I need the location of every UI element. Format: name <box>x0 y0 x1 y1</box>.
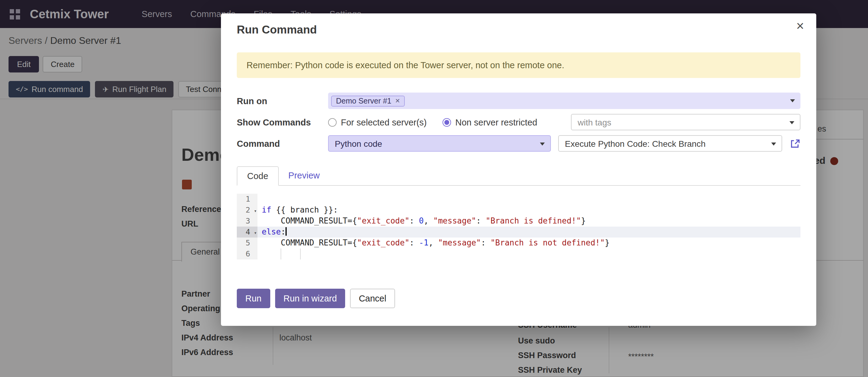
tab-code[interactable]: Code <box>237 166 278 186</box>
server-chip[interactable]: Demo Server #1 ✕ <box>331 95 405 106</box>
code-token: "exit_code" <box>357 238 409 247</box>
code-token: } <box>605 238 610 247</box>
chevron-down-icon <box>540 143 545 146</box>
run-on-label: Run on <box>237 96 328 106</box>
code-line[interactable]: else: <box>257 227 800 237</box>
code-token: else <box>262 227 281 236</box>
with-tags-placeholder: with tags <box>578 117 612 127</box>
indent-guide-line <box>281 249 281 259</box>
code-token: , <box>429 238 438 247</box>
code-token: "Branch is not defined!" <box>490 238 605 247</box>
code-token: 0 <box>419 216 424 225</box>
run-command-modal: Run Command × Remember: Python code is e… <box>221 13 816 326</box>
editor-tabs: Code Preview <box>237 166 800 186</box>
radio-for-selected-servers[interactable]: For selected server(s) <box>328 117 427 127</box>
fold-arrow-icon[interactable]: ▾ <box>254 228 257 239</box>
code-token: {{ branch }}: <box>271 205 338 214</box>
code-token: "message" <box>433 216 476 225</box>
code-token: COMMAND_RESULT={ <box>262 238 357 247</box>
gutter-line-number[interactable]: 1 <box>237 194 257 205</box>
code-token: : <box>481 238 490 247</box>
code-token: : <box>409 216 419 225</box>
cancel-button[interactable]: Cancel <box>350 289 395 308</box>
gutter-line-number[interactable]: 4▾ <box>237 227 257 237</box>
gutter-line-number[interactable]: 6 <box>237 249 257 259</box>
app-screen: Cetmix Tower Servers Commands Files Tool… <box>0 0 868 377</box>
code-line[interactable]: COMMAND_RESULT={"exit_code": 0, "message… <box>257 215 800 227</box>
code-token: , <box>424 216 433 225</box>
external-link-icon[interactable] <box>789 138 800 149</box>
text-cursor <box>285 227 286 236</box>
code-line[interactable] <box>257 249 800 259</box>
gutter-line-number[interactable]: 3 <box>237 215 257 227</box>
command-type-select[interactable]: Python code <box>328 135 551 152</box>
editor-lines: if {{ branch }}: COMMAND_RESULT={"exit_c… <box>257 194 800 259</box>
server-chip-label: Demo Server #1 <box>336 96 392 105</box>
gutter-line-number[interactable]: 5 <box>237 237 257 249</box>
radio-label: For selected server(s) <box>341 117 427 127</box>
modal-title: Run Command <box>237 23 800 36</box>
code-line[interactable]: COMMAND_RESULT={"exit_code": -1, "messag… <box>257 237 800 249</box>
show-commands-label: Show Commands <box>237 117 328 127</box>
code-token: } <box>581 216 586 225</box>
code-token: "Branch is defined!" <box>486 216 581 225</box>
fold-arrow-icon[interactable]: ▾ <box>254 206 257 217</box>
chevron-down-icon[interactable] <box>790 99 795 102</box>
chip-remove-icon[interactable]: ✕ <box>395 97 400 104</box>
python-warning-alert: Remember: Python code is executed on the… <box>237 52 800 78</box>
radio-circle-checked[interactable] <box>442 118 451 126</box>
run-on-field[interactable]: Demo Server #1 ✕ <box>328 93 800 109</box>
modal-footer: Run Run in wizard Cancel <box>237 289 800 308</box>
indent-guide-line <box>300 249 300 259</box>
code-token: if <box>262 205 271 214</box>
radio-non-server-restricted[interactable]: Non server restricted <box>442 117 537 127</box>
close-icon[interactable]: × <box>796 20 804 33</box>
command-type-value: Python code <box>335 139 382 148</box>
code-token: -1 <box>419 238 429 247</box>
command-label: Command <box>237 139 328 148</box>
code-token: COMMAND_RESULT={ <box>262 216 357 225</box>
run-button[interactable]: Run <box>237 289 270 308</box>
code-editor[interactable]: 12▾34▾56 if {{ branch }}: COMMAND_RESULT… <box>237 194 800 259</box>
chevron-down-icon <box>789 121 794 124</box>
code-line[interactable]: if {{ branch }}: <box>257 205 800 215</box>
command-select[interactable]: Execute Python Code: Check Branch <box>558 135 782 152</box>
code-token: : <box>409 238 419 247</box>
tab-preview[interactable]: Preview <box>278 166 329 185</box>
code-token: : <box>281 227 286 236</box>
gutter-line-number[interactable]: 2▾ <box>237 205 257 215</box>
code-token: "message" <box>438 238 481 247</box>
editor-gutter: 12▾34▾56 <box>237 194 257 259</box>
with-tags-select[interactable]: with tags <box>571 114 800 130</box>
code-line[interactable] <box>257 194 800 205</box>
code-token: : <box>476 216 486 225</box>
chevron-down-icon <box>771 143 776 146</box>
radio-circle-unchecked[interactable] <box>328 118 337 126</box>
modal-header: Run Command × <box>221 13 816 38</box>
run-in-wizard-button[interactable]: Run in wizard <box>275 289 345 308</box>
command-value: Execute Python Code: Check Branch <box>565 139 706 148</box>
code-token: "exit_code" <box>357 216 409 225</box>
radio-label: Non server restricted <box>455 117 537 127</box>
